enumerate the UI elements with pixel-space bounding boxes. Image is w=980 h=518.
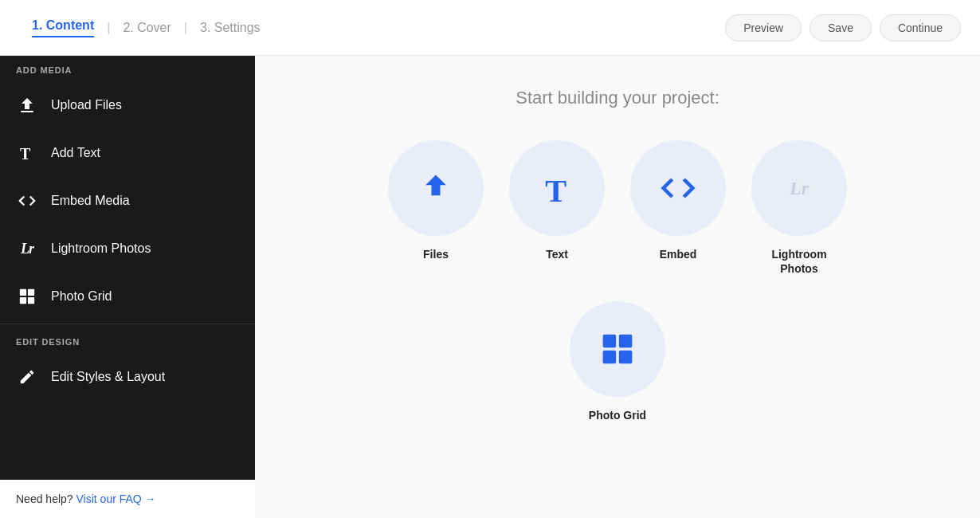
faq-link[interactable]: Visit our FAQ → (76, 492, 156, 505)
lightroom-label: Lightroom Photos (771, 247, 826, 276)
cards-row-2: Photo Grid (570, 301, 665, 422)
continue-button[interactable]: Continue (880, 14, 961, 41)
sidebar-item-photo-grid[interactable]: Photo Grid (0, 273, 255, 320)
nav-item-content[interactable]: 1. Content (19, 18, 107, 37)
svg-rect-9 (603, 351, 617, 364)
card-embed[interactable]: Embed (630, 140, 726, 261)
nav-item-settings[interactable]: 3. Settings (187, 21, 273, 35)
sidebar-help: Need help? Visit our FAQ → (0, 480, 255, 518)
edit-design-label: EDIT DESIGN (0, 328, 255, 353)
embed-icon (16, 190, 38, 212)
nav-item-cover[interactable]: 2. Cover (110, 21, 183, 35)
svg-rect-3 (28, 289, 34, 296)
add-media-label: ADD MEDIA (0, 56, 255, 81)
text-circle: T (509, 140, 605, 236)
svg-rect-8 (619, 335, 633, 348)
main-layout: ADD MEDIA Upload Files T Add Text Embed … (0, 56, 980, 518)
add-text-label: Add Text (51, 146, 100, 160)
sidebar-divider (0, 324, 255, 324)
preview-button[interactable]: Preview (725, 14, 802, 41)
embed-label: Embed (660, 247, 697, 261)
sidebar: ADD MEDIA Upload Files T Add Text Embed … (0, 56, 255, 518)
files-label: Files (423, 247, 449, 261)
sidebar-item-edit-styles[interactable]: Edit Styles & Layout (0, 353, 255, 401)
upload-icon (16, 94, 38, 116)
main-content: Start building your project: Files T Tex… (255, 56, 980, 518)
photo-grid-card-label: Photo Grid (589, 408, 646, 422)
photo-grid-label: Photo Grid (51, 289, 112, 304)
svg-rect-4 (20, 297, 26, 304)
svg-text:T: T (20, 145, 31, 163)
brush-icon (16, 366, 38, 388)
svg-rect-2 (20, 289, 26, 296)
svg-text:T: T (545, 173, 566, 206)
lightroom-circle: Lr (751, 140, 847, 236)
sidebar-item-upload-files[interactable]: Upload Files (0, 81, 255, 129)
text-label: Text (546, 247, 568, 261)
cards-row-1: Files T Text Embed Lr Lig (388, 140, 847, 276)
header-actions: Preview Save Continue (725, 14, 961, 41)
header: 1. Content | 2. Cover | 3. Settings Prev… (0, 0, 980, 56)
card-photo-grid[interactable]: Photo Grid (570, 301, 665, 422)
content-title: Start building your project: (515, 88, 719, 108)
svg-rect-5 (28, 297, 34, 304)
sidebar-item-embed-media[interactable]: Embed Media (0, 177, 255, 225)
embed-media-label: Embed Media (51, 194, 130, 208)
svg-rect-0 (21, 111, 33, 112)
files-circle (388, 140, 484, 236)
lightroom-photos-label: Lightroom Photos (51, 241, 151, 256)
card-files[interactable]: Files (388, 140, 484, 261)
photo-grid-circle (570, 301, 665, 397)
photo-grid-icon (16, 285, 38, 308)
sidebar-item-lightroom-photos[interactable]: Lr Lightroom Photos (0, 225, 255, 273)
upload-files-label: Upload Files (51, 98, 122, 112)
save-button[interactable]: Save (809, 14, 872, 41)
header-nav: 1. Content | 2. Cover | 3. Settings (19, 18, 725, 37)
card-text[interactable]: T Text (509, 140, 605, 261)
edit-styles-label: Edit Styles & Layout (51, 370, 165, 384)
lightroom-icon: Lr (16, 237, 38, 260)
card-lightroom[interactable]: Lr Lightroom Photos (751, 140, 847, 276)
sidebar-item-add-text[interactable]: T Add Text (0, 129, 255, 177)
svg-rect-10 (619, 351, 633, 364)
svg-rect-7 (603, 335, 617, 348)
embed-circle (630, 140, 726, 236)
text-icon: T (16, 142, 38, 164)
